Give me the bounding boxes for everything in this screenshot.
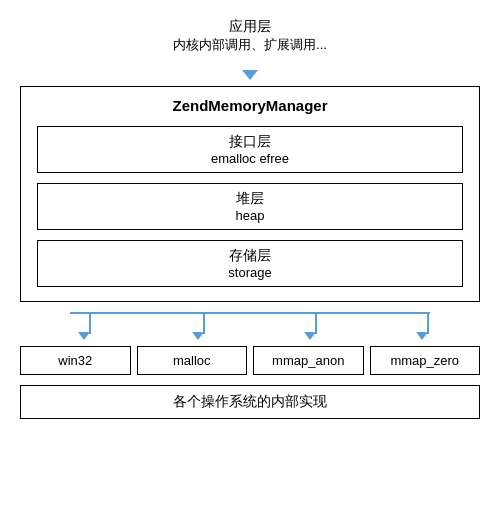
app-layer-subtitle: 内核内部调用、扩展调用... bbox=[173, 36, 327, 54]
storage-item-mmap-zero: mmap_zero bbox=[370, 346, 481, 375]
bottom-box: 各个操作系统的内部实现 bbox=[20, 385, 480, 419]
storage-line1: 存储层 bbox=[38, 247, 462, 265]
app-layer-title: 应用层 bbox=[173, 18, 327, 36]
arrow-tip-3 bbox=[304, 332, 316, 340]
arrow-tip-1 bbox=[78, 332, 90, 340]
storage-item-mmap-anon: mmap_anon bbox=[253, 346, 364, 375]
heap-line1: 堆层 bbox=[38, 190, 462, 208]
storage-item-win32: win32 bbox=[20, 346, 131, 375]
v-drop-4 bbox=[427, 312, 429, 334]
interface-line1: 接口层 bbox=[38, 133, 462, 151]
arrow-tip-4 bbox=[416, 332, 428, 340]
arrow-to-zmm bbox=[242, 70, 258, 80]
h-line bbox=[70, 312, 430, 314]
arrow-tip-2 bbox=[192, 332, 204, 340]
heap-box: 堆层 heap bbox=[37, 183, 463, 230]
app-layer: 应用层 内核内部调用、扩展调用... bbox=[173, 18, 327, 54]
interface-line2: emalloc efree bbox=[38, 151, 462, 166]
v-drop-3 bbox=[315, 312, 317, 334]
branch-arrows bbox=[20, 312, 480, 342]
storage-box: 存储层 storage bbox=[37, 240, 463, 287]
storage-row: win32 malloc mmap_anon mmap_zero bbox=[20, 346, 480, 375]
interface-box: 接口层 emalloc efree bbox=[37, 126, 463, 173]
v-drop-1 bbox=[89, 312, 91, 334]
storage-item-malloc: malloc bbox=[137, 346, 248, 375]
storage-line2: storage bbox=[38, 265, 462, 280]
zmm-title: ZendMemoryManager bbox=[172, 97, 327, 114]
bottom-box-label: 各个操作系统的内部实现 bbox=[173, 393, 327, 409]
v-drop-2 bbox=[203, 312, 205, 334]
zmm-box: ZendMemoryManager 接口层 emalloc efree 堆层 h… bbox=[20, 86, 480, 302]
heap-line2: heap bbox=[38, 208, 462, 223]
